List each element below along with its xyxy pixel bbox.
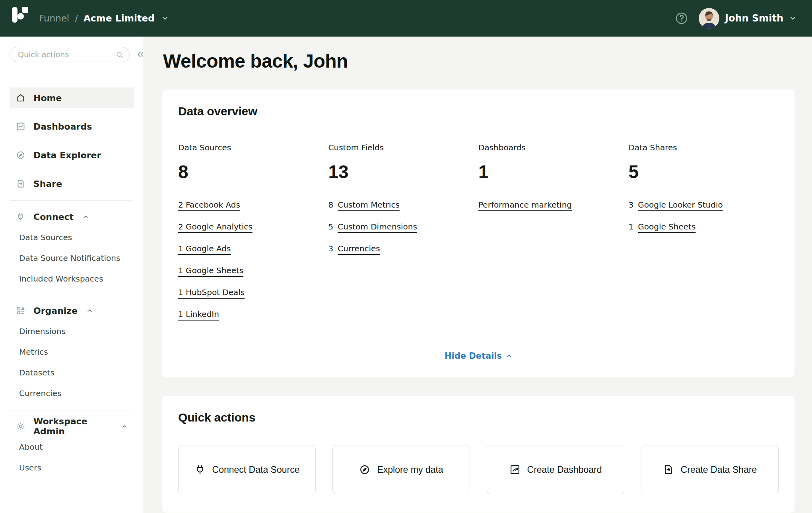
data-source-link[interactable]: 1 Google Ads [178, 244, 231, 253]
overview-column-data-shares: Data Shares 5 3Google Looker Studio 1Goo… [629, 143, 779, 331]
list-item: 5Custom Dimensions [328, 222, 479, 231]
hide-details-button[interactable]: Hide Details [178, 351, 779, 361]
document-arrow-icon [663, 464, 674, 475]
sidebar-item-about[interactable]: About [10, 437, 134, 457]
list-item: Performance marketing [478, 200, 629, 210]
funnel-logo-icon[interactable] [12, 7, 29, 30]
explore-my-data-button[interactable]: Explore my data [332, 445, 470, 494]
chevron-up-icon [506, 353, 512, 359]
button-label: Explore my data [377, 464, 443, 475]
sidebar-section-label: Organize [33, 306, 78, 316]
user-name: John Smith [725, 13, 783, 24]
data-source-link[interactable]: 1 LinkedIn [178, 309, 219, 319]
top-bar: Funnel / Acme Limited [0, 0, 812, 37]
list-item: 3Currencies [328, 244, 479, 253]
hide-details-label: Hide Details [445, 351, 502, 361]
compass-icon [359, 464, 370, 475]
column-label: Dashboards [478, 143, 629, 152]
sidebar-section-organize[interactable]: Organize [10, 300, 134, 321]
sidebar-item-currencies[interactable]: Currencies [10, 383, 134, 404]
chevron-up-icon [121, 423, 128, 430]
overview-column-custom-fields: Custom Fields 13 8Custom Metrics 5Custom… [328, 143, 479, 331]
avatar [699, 8, 719, 29]
custom-field-link[interactable]: Custom Dimensions [338, 222, 417, 231]
list-item: 1 LinkedIn [178, 309, 328, 319]
sidebar-section-workspace-admin[interactable]: Workspace Admin [10, 416, 134, 437]
sidebar-item-label: Home [33, 93, 62, 103]
sidebar-item-dashboards[interactable]: Dashboards [10, 116, 134, 137]
shapes-icon [16, 306, 25, 315]
sidebar-item-data-explorer[interactable]: Data Explorer [10, 145, 134, 165]
data-overview-title: Data overview [178, 105, 779, 118]
sidebar-item-share[interactable]: Share [10, 173, 134, 194]
create-dashboard-button[interactable]: Create Dashboard [487, 445, 624, 494]
column-count: 1 [478, 161, 629, 183]
data-source-link[interactable]: 1 HubSpot Deals [178, 288, 245, 297]
item-count: 3 [328, 244, 334, 253]
chevron-down-icon[interactable] [161, 14, 169, 22]
button-label: Connect Data Source [212, 464, 300, 475]
help-circle-icon[interactable] [675, 12, 688, 25]
list-item: 3Google Looker Studio [629, 200, 779, 210]
data-share-link[interactable]: Google Sheets [638, 222, 695, 231]
column-label: Data Sources [178, 143, 328, 152]
breadcrumb-workspace[interactable]: Acme Limited [84, 13, 155, 23]
column-label: Custom Fields [328, 143, 479, 152]
create-data-share-button[interactable]: Create Data Share [641, 445, 779, 494]
chevron-up-icon [82, 214, 89, 220]
data-source-link[interactable]: 1 Google Sheets [178, 266, 243, 275]
data-source-link[interactable]: 2 Google Analytics [178, 222, 253, 231]
sidebar-item-label: Share [33, 179, 62, 189]
sidebar-item-dimensions[interactable]: Dimensions [10, 321, 134, 342]
quick-actions-title: Quick actions [178, 411, 779, 424]
sidebar-item-included-workspaces[interactable]: Included Workspaces [10, 268, 134, 289]
sidebar-section-label: Connect [33, 212, 74, 222]
sidebar-item-data-sources[interactable]: Data Sources [10, 227, 134, 248]
sidebar-item-datasets[interactable]: Datasets [10, 362, 134, 383]
sidebar-section-connect[interactable]: Connect [10, 206, 134, 227]
item-count: 3 [629, 200, 634, 210]
gear-icon [16, 422, 25, 431]
item-count: 8 [328, 200, 334, 210]
column-count: 8 [178, 161, 328, 183]
main-content: Welcome back, John Data overview Data So… [143, 37, 812, 513]
item-count: 5 [328, 222, 334, 231]
connect-data-source-button[interactable]: Connect Data Source [178, 445, 316, 494]
sidebar-item-label: Dashboards [33, 122, 92, 132]
list-item: 1 Google Sheets [178, 266, 328, 275]
sidebar-item-users[interactable]: Users [10, 457, 134, 478]
plug-icon [16, 212, 25, 222]
list-item: 1 HubSpot Deals [178, 288, 328, 297]
chevron-up-icon [86, 307, 93, 314]
overview-column-dashboards: Dashboards 1 Performance marketing [478, 143, 629, 331]
column-count: 13 [328, 161, 479, 183]
list-item: 8Custom Metrics [328, 200, 479, 210]
compass-icon [16, 150, 25, 160]
custom-field-link[interactable]: Custom Metrics [338, 200, 400, 210]
dashboard-chart-icon [16, 122, 25, 131]
user-menu[interactable]: John Smith [699, 8, 797, 29]
data-source-link[interactable]: 2 Facebook Ads [178, 200, 240, 210]
sidebar-item-metrics[interactable]: Metrics [10, 342, 134, 362]
data-share-link[interactable]: Google Looker Studio [638, 200, 723, 210]
sidebar-divider [10, 200, 133, 201]
dashboard-link[interactable]: Performance marketing [478, 200, 572, 210]
breadcrumb: Funnel / Acme Limited [39, 13, 169, 23]
overview-column-data-sources: Data Sources 8 2 Facebook Ads 2 Google A… [178, 143, 328, 331]
plug-icon [194, 464, 206, 475]
sidebar-divider [10, 410, 133, 410]
sidebar: Home Dashboards Data Explorer Share [0, 37, 143, 513]
page-title: Welcome back, John [163, 50, 795, 72]
breadcrumb-app[interactable]: Funnel [39, 13, 69, 23]
collapse-double-chevron-left-icon[interactable] [135, 49, 143, 60]
list-item: 2 Facebook Ads [178, 200, 328, 210]
quick-actions-search[interactable] [10, 47, 130, 62]
search-input[interactable] [17, 50, 115, 59]
home-icon [16, 93, 25, 103]
breadcrumb-separator: / [75, 13, 78, 23]
sidebar-item-data-source-notifications[interactable]: Data Source Notifications [10, 248, 134, 268]
sidebar-item-home[interactable]: Home [10, 87, 134, 108]
custom-field-link[interactable]: Currencies [338, 244, 380, 253]
quick-actions-card: Quick actions Connect Data Source Explor… [162, 396, 795, 513]
sidebar-section-label: Workspace Admin [33, 416, 112, 436]
